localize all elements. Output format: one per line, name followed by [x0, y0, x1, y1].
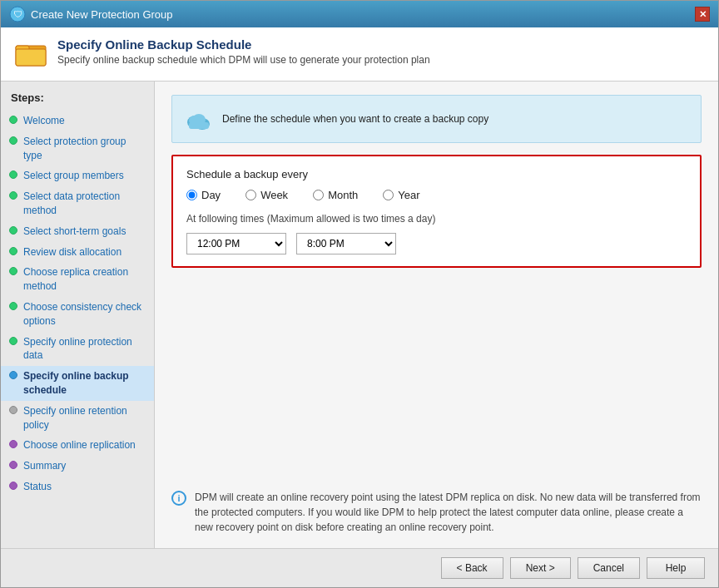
sidebar-item-label-welcome: Welcome [23, 114, 65, 128]
info-note: i DPM will create an online recovery poi… [171, 490, 702, 535]
radio-year-label: Year [398, 189, 419, 201]
step-dot-backup-schedule [9, 371, 17, 379]
info-banner-text: Define the schedule when you want to cre… [222, 113, 488, 125]
schedule-label: Schedule a backup every [186, 168, 687, 180]
sidebar-item-select-data-protection-method[interactable]: Select data protection method [1, 186, 154, 221]
step-dot-short-term [9, 226, 17, 235]
sidebar-item-status[interactable]: Status [1, 477, 154, 497]
info-note-text: DPM will create an online recovery point… [195, 490, 702, 535]
help-button[interactable]: Help [647, 557, 705, 579]
header-title: Specify Online Backup Schedule [57, 37, 430, 52]
step-dot-summary [9, 461, 17, 469]
info-banner: Define the schedule when you want to cre… [171, 95, 702, 143]
step-dot-data-method [9, 191, 17, 200]
sidebar-item-label-backup-schedule: Specify online backup schedule [23, 369, 144, 398]
sidebar-item-label-online-protection: Specify online protection data [23, 335, 144, 363]
radio-week[interactable]: Week [245, 189, 288, 201]
close-button[interactable]: ✕ [695, 7, 710, 22]
time-select-2[interactable]: 12:00 AM 1:00 AM 2:00 AM 3:00 AM 4:00 AM… [296, 233, 396, 254]
title-bar: 🛡 Create New Protection Group ✕ [1, 1, 718, 27]
sidebar-item-choose-online-replication[interactable]: Choose online replication [1, 435, 154, 456]
radio-year-input[interactable] [383, 190, 394, 200]
header-subtitle: Specify online backup schedule which DPM… [57, 54, 430, 66]
folder-icon [14, 37, 47, 71]
next-button[interactable]: Next > [510, 557, 571, 579]
sidebar-item-select-short-term-goals[interactable]: Select short-term goals [1, 221, 154, 242]
radio-day[interactable]: Day [186, 189, 221, 201]
cancel-button[interactable]: Cancel [578, 557, 640, 579]
sidebar-item-label-disk: Review disk allocation [23, 245, 121, 259]
cloud-icon [184, 104, 214, 134]
step-dot-replica [9, 267, 17, 275]
step-dot-disk [9, 247, 17, 255]
title-left: 🛡 Create New Protection Group [9, 6, 173, 22]
schedule-box: Schedule a backup every Day Week Month [171, 155, 702, 268]
radio-month-input[interactable] [313, 190, 324, 200]
sidebar-item-label-replica: Choose replica creation method [23, 265, 144, 294]
step-dot-protection [9, 136, 17, 145]
sidebar-item-label-retention: Specify online retention policy [23, 404, 144, 432]
sidebar-item-choose-replica-creation-method[interactable]: Choose replica creation method [1, 262, 154, 297]
footer: < Back Next > Cancel Help [1, 548, 718, 587]
window-title: Create New Protection Group [31, 8, 173, 21]
sidebar-item-label-members: Select group members [23, 169, 124, 183]
sidebar: Steps: Welcome Select protection group t… [1, 82, 155, 548]
step-dot-retention [9, 406, 17, 414]
sidebar-item-label-short-term: Select short-term goals [23, 225, 126, 239]
radio-day-input[interactable] [186, 190, 197, 200]
main-panel: Define the schedule when you want to cre… [155, 82, 718, 548]
step-dot-welcome [9, 116, 17, 124]
svg-rect-9 [189, 122, 209, 129]
sidebar-item-summary[interactable]: Summary [1, 456, 154, 477]
steps-label: Steps: [1, 91, 154, 111]
sidebar-item-label-data-method: Select data protection method [23, 190, 144, 218]
step-dot-members [9, 170, 17, 179]
svg-text:🛡: 🛡 [13, 9, 22, 19]
at-following-label: At following times (Maximum allowed is t… [186, 213, 687, 225]
sidebar-item-select-group-members[interactable]: Select group members [1, 166, 154, 186]
sidebar-item-review-disk-allocation[interactable]: Review disk allocation [1, 242, 154, 263]
svg-rect-4 [16, 49, 46, 66]
sidebar-item-label-summary: Summary [23, 459, 66, 473]
sidebar-item-choose-consistency-check-options[interactable]: Choose consistency check options [1, 297, 154, 332]
sidebar-item-specify-online-retention-policy[interactable]: Specify online retention policy [1, 401, 154, 436]
sidebar-item-label-status: Status [23, 480, 52, 494]
sidebar-item-label-replication: Choose online replication [23, 438, 136, 452]
main-window: 🛡 Create New Protection Group ✕ Specify … [0, 0, 719, 588]
sidebar-item-welcome[interactable]: Welcome [1, 111, 154, 131]
radio-week-label: Week [260, 189, 288, 201]
sidebar-item-label-protection: Select protection group type [23, 135, 144, 163]
spacer [171, 279, 702, 470]
radio-month-label: Month [328, 189, 358, 201]
step-dot-online-protection [9, 337, 17, 345]
step-dot-consistency [9, 302, 17, 310]
radio-day-label: Day [201, 189, 221, 201]
content-area: Steps: Welcome Select protection group t… [1, 82, 718, 548]
radio-week-input[interactable] [245, 190, 256, 200]
sidebar-item-label-consistency: Choose consistency check options [23, 300, 144, 329]
time-dropdowns: 12:00 AM 1:00 AM 2:00 AM 3:00 AM 4:00 AM… [186, 233, 687, 254]
radio-group: Day Week Month Year [186, 189, 687, 201]
sidebar-item-specify-online-protection-data[interactable]: Specify online protection data [1, 332, 154, 367]
back-button[interactable]: < Back [441, 557, 503, 579]
window-app-icon: 🛡 [9, 6, 26, 22]
sidebar-item-specify-online-backup-schedule[interactable]: Specify online backup schedule [1, 366, 154, 401]
time-select-1[interactable]: 12:00 AM 1:00 AM 2:00 AM 3:00 AM 4:00 AM… [186, 233, 286, 254]
step-dot-status [9, 482, 17, 490]
sidebar-item-select-protection-group-type[interactable]: Select protection group type [1, 131, 154, 166]
step-dot-replication [9, 440, 17, 448]
header-area: Specify Online Backup Schedule Specify o… [1, 27, 718, 82]
radio-month[interactable]: Month [313, 189, 358, 201]
header-text: Specify Online Backup Schedule Specify o… [57, 37, 430, 66]
info-circle-icon: i [171, 491, 186, 506]
radio-year[interactable]: Year [383, 189, 419, 201]
